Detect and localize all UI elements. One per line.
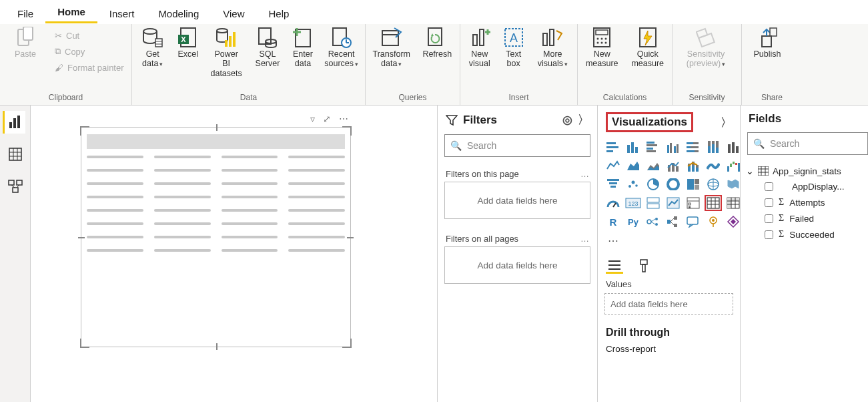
bar-chart-icon bbox=[9, 116, 22, 129]
enter-data-button[interactable]: Enter data bbox=[292, 27, 314, 69]
multi-card-icon[interactable] bbox=[644, 195, 662, 211]
focus-icon[interactable]: ⤢ bbox=[323, 114, 331, 127]
field-attempts[interactable]: Σ Attempts bbox=[746, 194, 863, 210]
field-appdisplay[interactable]: AppDisplay... bbox=[746, 179, 863, 194]
treemap-icon[interactable] bbox=[685, 176, 702, 192]
collapse-icon[interactable]: 〉 bbox=[578, 112, 589, 128]
field-succeeded[interactable]: Σ Succeeded bbox=[746, 226, 863, 242]
field-checkbox[interactable] bbox=[765, 198, 773, 207]
combo-stacked-line-icon[interactable] bbox=[685, 158, 702, 174]
fields-well-tab[interactable] bbox=[606, 258, 623, 274]
svg-line-142 bbox=[651, 219, 655, 222]
clustered-bar-icon[interactable] bbox=[644, 139, 662, 155]
eye-icon[interactable]: ◎ bbox=[562, 113, 572, 127]
table-visual-placeholder[interactable] bbox=[81, 127, 351, 347]
decomposition-icon[interactable] bbox=[665, 214, 682, 230]
svg-rect-115 bbox=[695, 185, 699, 190]
donut-icon[interactable] bbox=[665, 176, 682, 192]
format-tab[interactable] bbox=[635, 258, 653, 274]
tab-modeling[interactable]: Modeling bbox=[146, 3, 211, 23]
refresh-button[interactable]: Refresh bbox=[422, 27, 453, 59]
line-icon[interactable] bbox=[604, 158, 622, 174]
visual-container[interactable]: ▿ ⤢ ⋯ bbox=[81, 114, 351, 347]
area-icon[interactable] bbox=[624, 158, 642, 174]
arcgis-icon[interactable] bbox=[705, 214, 722, 230]
slicer-icon[interactable] bbox=[685, 195, 702, 211]
tab-help[interactable]: Help bbox=[257, 3, 302, 23]
more-visuals-button[interactable]: More visuals bbox=[535, 27, 570, 69]
svg-rect-63 bbox=[631, 142, 634, 153]
more-icon[interactable]: … bbox=[580, 169, 589, 179]
paste-button[interactable]: Paste bbox=[7, 27, 44, 59]
model-view-button[interactable] bbox=[4, 175, 27, 198]
svg-rect-102 bbox=[733, 162, 735, 164]
svg-rect-22 bbox=[382, 31, 398, 45]
values-dropzone[interactable]: Add data fields here bbox=[604, 293, 733, 315]
fields-table-row[interactable]: ⌄ App_signin_stats bbox=[746, 163, 863, 179]
kpi-icon[interactable] bbox=[665, 195, 682, 211]
combo-column-line-icon[interactable] bbox=[665, 158, 682, 174]
new-measure-button[interactable]: New measure bbox=[584, 27, 620, 69]
filter-icon[interactable]: ▿ bbox=[310, 114, 315, 127]
filters-all-dropzone[interactable]: Add data fields here bbox=[444, 246, 590, 284]
svg-rect-60 bbox=[606, 146, 618, 148]
ribbon-icon[interactable] bbox=[705, 158, 722, 174]
sensitivity-icon bbox=[695, 27, 717, 48]
filters-search[interactable]: 🔍 Search bbox=[444, 134, 590, 157]
tab-view[interactable]: View bbox=[211, 3, 256, 23]
stacked-bar-icon[interactable] bbox=[604, 139, 622, 155]
sql-server-button[interactable]: SQL Server bbox=[254, 27, 281, 69]
svg-point-108 bbox=[628, 185, 631, 188]
map-icon[interactable] bbox=[705, 176, 722, 192]
recent-sources-button[interactable]: Recent sources bbox=[324, 27, 358, 69]
pie-icon[interactable] bbox=[644, 176, 662, 192]
transform-data-button[interactable]: Transform data bbox=[372, 27, 411, 69]
stacked-column-icon[interactable] bbox=[624, 139, 642, 155]
more-icon[interactable]: … bbox=[580, 234, 589, 244]
field-checkbox[interactable] bbox=[765, 214, 773, 223]
quick-measure-button[interactable]: Quick measure bbox=[630, 27, 666, 69]
field-checkbox[interactable] bbox=[765, 230, 773, 239]
tab-insert[interactable]: Insert bbox=[97, 3, 147, 23]
qa-icon[interactable] bbox=[685, 214, 702, 230]
tab-home[interactable]: Home bbox=[45, 1, 97, 23]
enter-data-icon bbox=[292, 27, 314, 48]
fields-search[interactable]: 🔍 Search bbox=[747, 132, 868, 155]
text-box-button[interactable]: A Text box bbox=[503, 27, 524, 69]
sensitivity-button[interactable]: Sensitivity (preview) bbox=[679, 27, 733, 69]
clustered-column-icon[interactable] bbox=[665, 139, 682, 155]
format-painter-button[interactable]: 🖌 Format painter bbox=[55, 60, 124, 75]
cut-button[interactable]: ✂ Cut bbox=[55, 28, 124, 43]
funnel-icon[interactable] bbox=[604, 176, 622, 192]
svg-rect-106 bbox=[609, 182, 617, 184]
stacked-column-100-icon[interactable] bbox=[705, 139, 722, 155]
report-view-button[interactable] bbox=[3, 111, 25, 134]
publish-button[interactable]: Publish bbox=[749, 27, 786, 59]
table-visual-icon[interactable] bbox=[705, 195, 722, 211]
field-checkbox[interactable] bbox=[765, 182, 773, 191]
new-visual-button[interactable]: New visual bbox=[467, 27, 492, 69]
more-options-icon[interactable]: ⋯ bbox=[339, 114, 348, 127]
svg-rect-26 bbox=[480, 29, 484, 45]
r-visual-icon[interactable]: R bbox=[604, 214, 622, 230]
stacked-bar-100-icon[interactable] bbox=[685, 139, 702, 155]
data-view-button[interactable] bbox=[4, 143, 27, 166]
report-canvas[interactable]: ▿ ⤢ ⋯ bbox=[31, 106, 437, 402]
excel-button[interactable]: X Excel bbox=[177, 27, 199, 59]
svg-point-2 bbox=[143, 29, 157, 34]
scatter-icon[interactable] bbox=[624, 176, 642, 192]
collapse-icon[interactable]: 〉 bbox=[721, 115, 732, 130]
gauge-icon[interactable] bbox=[604, 195, 622, 211]
get-more-visuals-icon[interactable]: ⋯ bbox=[604, 232, 622, 248]
tab-file[interactable]: File bbox=[5, 3, 45, 23]
pbi-datasets-button[interactable]: Power BI datasets bbox=[209, 27, 243, 78]
svg-rect-61 bbox=[606, 150, 613, 152]
field-failed[interactable]: Σ Failed bbox=[746, 210, 863, 226]
stacked-area-icon[interactable] bbox=[644, 158, 662, 174]
python-visual-icon[interactable]: Py bbox=[624, 214, 642, 230]
copy-button[interactable]: ⧉ Copy bbox=[55, 44, 124, 59]
key-influencers-icon[interactable] bbox=[644, 214, 662, 230]
filters-page-dropzone[interactable]: Add data fields here bbox=[444, 182, 590, 219]
get-data-button[interactable]: Get data bbox=[139, 27, 166, 69]
card-icon[interactable]: 123 bbox=[624, 195, 642, 211]
